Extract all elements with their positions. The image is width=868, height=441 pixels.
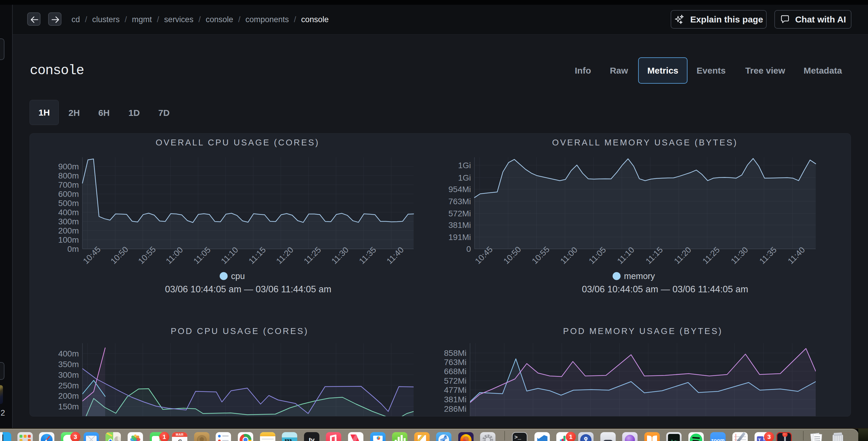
svg-text:100m: 100m: [58, 235, 79, 244]
svg-text:0m: 0m: [67, 244, 79, 254]
svg-text:POD MEMORY USAGE (BYTES): POD MEMORY USAGE (BYTES): [563, 326, 723, 336]
svg-text:300m: 300m: [58, 217, 79, 226]
svg-text:500m: 500m: [58, 199, 79, 208]
svg-text:03/06 10:44:05 am — 03/06 11:4: 03/06 10:44:05 am — 03/06 11:44:05 am: [165, 284, 332, 294]
svg-text:400m: 400m: [58, 349, 79, 358]
svg-text:858Mi: 858Mi: [444, 349, 466, 358]
svg-text:0: 0: [466, 244, 471, 254]
svg-text:1Gi: 1Gi: [458, 173, 471, 182]
svg-text:381Mi: 381Mi: [448, 220, 471, 230]
svg-text:700m: 700m: [58, 180, 79, 189]
svg-text:763Mi: 763Mi: [444, 358, 466, 367]
svg-text:250m: 250m: [58, 381, 79, 390]
svg-text:POD CPU USAGE (CORES): POD CPU USAGE (CORES): [171, 326, 309, 336]
svg-text:200m: 200m: [58, 391, 79, 401]
svg-text:286Mi: 286Mi: [444, 404, 466, 413]
svg-text:cpu: cpu: [231, 271, 245, 281]
svg-text:191Mi: 191Mi: [448, 233, 471, 242]
svg-text:900m: 900m: [58, 162, 79, 171]
svg-text:memory: memory: [624, 271, 655, 281]
svg-text:572Mi: 572Mi: [444, 376, 466, 385]
svg-text:OVERALL CPU USAGE (CORES): OVERALL CPU USAGE (CORES): [156, 138, 320, 147]
svg-text:1Gi: 1Gi: [458, 161, 471, 170]
svg-text:381Mi: 381Mi: [444, 395, 466, 404]
svg-text:150m: 150m: [58, 402, 79, 411]
svg-text:350m: 350m: [58, 360, 79, 369]
svg-text:200m: 200m: [58, 226, 79, 235]
svg-text:300m: 300m: [58, 370, 79, 380]
svg-text:03/06 10:44:05 am — 03/06 11:4: 03/06 10:44:05 am — 03/06 11:44:05 am: [582, 284, 748, 294]
svg-text:OVERALL MEMORY USAGE (BYTES): OVERALL MEMORY USAGE (BYTES): [552, 138, 738, 147]
svg-text:400m: 400m: [58, 208, 79, 217]
svg-text:668Mi: 668Mi: [444, 367, 466, 376]
svg-text:763Mi: 763Mi: [448, 197, 471, 206]
svg-text:954Mi: 954Mi: [448, 185, 471, 194]
svg-text:477Mi: 477Mi: [444, 385, 466, 394]
svg-text:600m: 600m: [58, 189, 79, 199]
svg-text:800m: 800m: [58, 171, 79, 180]
svg-text:572Mi: 572Mi: [448, 209, 471, 218]
